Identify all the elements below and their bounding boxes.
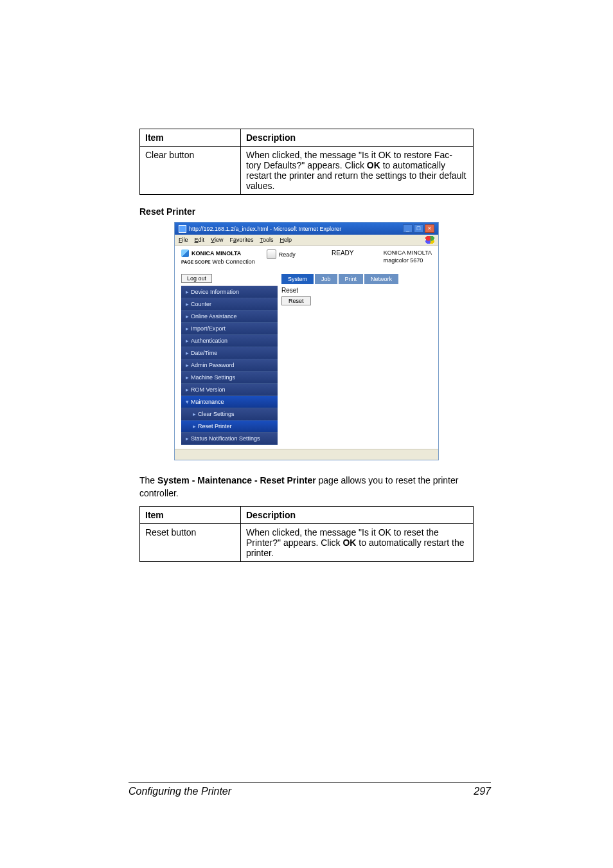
brand-mark-icon <box>181 249 189 257</box>
caption-text: The System - Maintenance - Reset Printer… <box>139 475 474 500</box>
table-clear-button: Item Description Clear button When click… <box>139 129 474 195</box>
windows-flag-icon <box>425 236 434 244</box>
sidebar-item-label: Date/Time <box>191 350 217 356</box>
cell-item: Clear button <box>140 147 241 195</box>
table-reset-button: Item Description Reset button When click… <box>139 506 474 562</box>
sidebar-item-maintenance[interactable]: ▾Maintenance <box>181 396 278 408</box>
sidebar-item-device-information[interactable]: ▸Device Information <box>181 286 278 298</box>
sidebar-item-admin-password[interactable]: ▸Admin Password <box>181 359 278 372</box>
tab-system[interactable]: System <box>281 274 314 284</box>
sidebar-item-label: Online Assistance <box>191 313 237 320</box>
sidebar-item-label: Import/Export <box>191 325 226 332</box>
table-header-description: Description <box>241 507 474 524</box>
sidebar-item-machine-settings[interactable]: ▸Machine Settings <box>181 372 278 384</box>
chevron-icon: ▾ <box>186 399 189 405</box>
menu-help[interactable]: Help <box>280 237 292 243</box>
chevron-icon: ▸ <box>193 411 196 417</box>
table-row: Clear button When clicked, the message "… <box>140 147 474 195</box>
chevron-icon: ▸ <box>186 435 189 442</box>
side-menu: ▸Device Information▸Counter▸Online Assis… <box>181 285 278 445</box>
menu-view[interactable]: View <box>211 237 223 243</box>
heading-reset-printer: Reset Printer <box>139 206 474 217</box>
sidebar-item-label: Device Information <box>191 289 239 295</box>
sidebar-item-reset-printer[interactable]: ▸Reset Printer <box>181 420 278 433</box>
chevron-icon: ▸ <box>186 386 189 393</box>
page-footer: Configuring the Printer 297 <box>129 782 491 797</box>
cell-description: When clicked, the message "Is it OK to r… <box>241 147 474 195</box>
sidebar-item-label: Counter <box>191 301 211 307</box>
tab-network[interactable]: Network <box>364 274 398 284</box>
chevron-icon: ▸ <box>193 423 196 429</box>
window-title: http://192.168.1.2/a_index.html - Micros… <box>189 226 400 232</box>
sidebar-item-counter[interactable]: ▸Counter <box>181 298 278 311</box>
printer-status-icon <box>267 249 276 259</box>
chevron-icon: ▸ <box>186 374 189 381</box>
sidebar-item-date-time[interactable]: ▸Date/Time <box>181 347 278 359</box>
tab-job[interactable]: Job <box>315 274 337 284</box>
chevron-icon: ▸ <box>186 362 189 368</box>
window-close-button[interactable]: × <box>425 224 434 233</box>
logout-button[interactable]: Log out <box>181 274 212 283</box>
sidebar-item-authentication[interactable]: ▸Authentication <box>181 335 278 347</box>
table-header-item: Item <box>140 129 241 147</box>
table-header-description: Description <box>241 129 474 147</box>
sidebar-item-status-notification-settings[interactable]: ▸Status Notification Settings <box>181 433 278 445</box>
menu-file[interactable]: File <box>179 237 188 243</box>
footer-section-title: Configuring the Printer <box>129 786 231 797</box>
sidebar-item-label: Authentication <box>191 338 227 344</box>
menu-tools[interactable]: Tools <box>260 237 273 243</box>
window-minimize-button[interactable]: _ <box>403 224 413 233</box>
tab-print[interactable]: Print <box>339 274 364 284</box>
sidebar-item-rom-version[interactable]: ▸ROM Version <box>181 384 278 396</box>
sidebar-item-label: Clear Settings <box>198 411 235 417</box>
sidebar-item-label: Reset Printer <box>198 423 232 429</box>
cell-item: Reset button <box>140 524 241 562</box>
sidebar-item-label: ROM Version <box>191 386 226 393</box>
sidebar-item-label: Status Notification Settings <box>191 435 260 442</box>
chevron-icon: ▸ <box>186 350 189 356</box>
window-titlebar: http://192.168.1.2/a_index.html - Micros… <box>175 222 438 235</box>
ready-label: Ready <box>279 251 296 258</box>
cell-description: When clicked, the message "Is it OK to r… <box>241 524 474 562</box>
chevron-icon: ▸ <box>186 289 189 295</box>
device-info: KONICA MINOLTA magicolor 5670 <box>384 249 432 264</box>
sidebar-item-label: Machine Settings <box>191 374 235 381</box>
chevron-icon: ▸ <box>186 325 189 332</box>
panel-title: Reset <box>281 287 432 294</box>
reset-button[interactable]: Reset <box>281 296 311 305</box>
tab-bar: SystemJobPrintNetwork <box>281 274 432 284</box>
chevron-icon: ▸ <box>186 301 189 307</box>
status-ready: READY <box>296 249 384 257</box>
sidebar-item-import-export[interactable]: ▸Import/Export <box>181 323 278 335</box>
web-connection-label: PAGE SCOPE Web Connection <box>181 258 255 265</box>
table-row: Reset button When clicked, the message "… <box>140 524 474 562</box>
ie-icon <box>179 225 186 233</box>
screenshot-browser-window: http://192.168.1.2/a_index.html - Micros… <box>174 222 439 460</box>
sidebar-item-label: Admin Password <box>191 362 235 368</box>
menu-favorites[interactable]: Favorites <box>229 237 253 243</box>
sidebar-item-clear-settings[interactable]: ▸Clear Settings <box>181 408 278 420</box>
window-maximize-button[interactable]: □ <box>414 224 423 233</box>
sidebar-item-online-assistance[interactable]: ▸Online Assistance <box>181 311 278 323</box>
table-header-item: Item <box>140 507 241 524</box>
chevron-icon: ▸ <box>186 338 189 344</box>
menu-edit[interactable]: Edit <box>195 237 205 243</box>
brand-logo: KONICA MINOLTA <box>181 249 255 257</box>
browser-statusbar <box>175 449 438 460</box>
menubar: File Edit View Favorites Tools Help <box>175 235 438 246</box>
chevron-icon: ▸ <box>186 313 189 320</box>
footer-page-number: 297 <box>474 786 491 797</box>
sidebar-item-label: Maintenance <box>191 399 224 405</box>
